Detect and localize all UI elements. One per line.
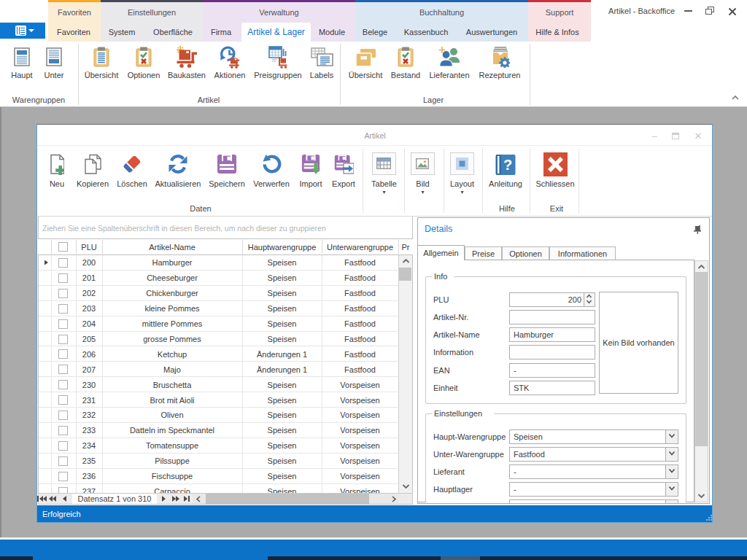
svg-text:?: ? bbox=[503, 157, 512, 173]
